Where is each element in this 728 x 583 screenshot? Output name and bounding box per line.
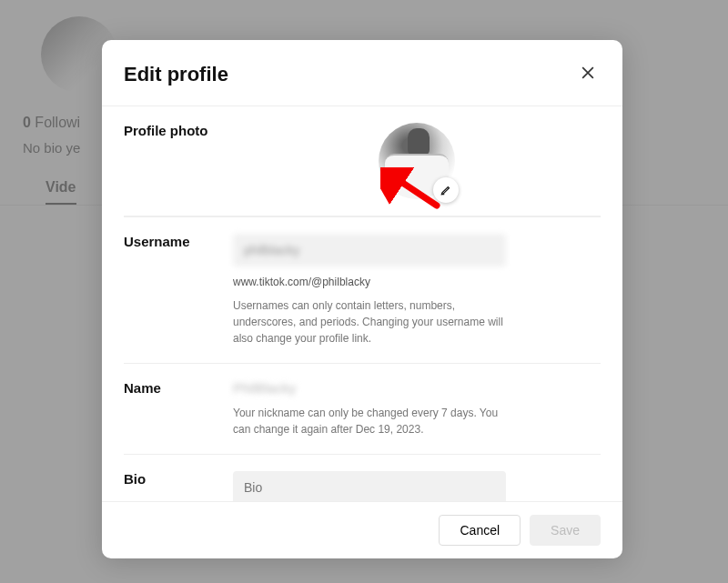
photo-container — [233, 123, 601, 199]
modal-header: Edit profile — [102, 40, 622, 106]
save-button[interactable]: Save — [530, 515, 601, 546]
edit-profile-modal: Edit profile Profile photo — [102, 40, 622, 558]
cancel-button[interactable]: Cancel — [439, 515, 521, 546]
username-url: www.tiktok.com/@philblacky — [233, 276, 601, 288]
label-bio: Bio — [124, 471, 233, 501]
name-help: Your nickname can only be changed every … — [233, 405, 506, 437]
bio-textarea[interactable] — [233, 471, 506, 501]
row-profile-photo: Profile photo — [124, 106, 601, 216]
modal-footer: Cancel Save — [102, 501, 622, 558]
name-value[interactable]: PhilBlacky — [233, 380, 601, 396]
modal-title: Edit profile — [124, 63, 228, 86]
close-icon — [579, 64, 597, 82]
username-input[interactable] — [233, 234, 506, 266]
username-help: Usernames can only contain letters, numb… — [233, 297, 506, 347]
label-name: Name — [124, 380, 233, 437]
label-profile-photo: Profile photo — [124, 123, 233, 199]
row-username: Username www.tiktok.com/@philblacky User… — [124, 216, 601, 363]
row-name: Name PhilBlacky Your nickname can only b… — [124, 363, 601, 454]
label-username: Username — [124, 234, 233, 347]
row-bio: Bio 0/80 — [124, 454, 601, 501]
close-button[interactable] — [575, 60, 601, 89]
pencil-icon — [440, 184, 452, 196]
edit-photo-button[interactable] — [433, 177, 459, 203]
